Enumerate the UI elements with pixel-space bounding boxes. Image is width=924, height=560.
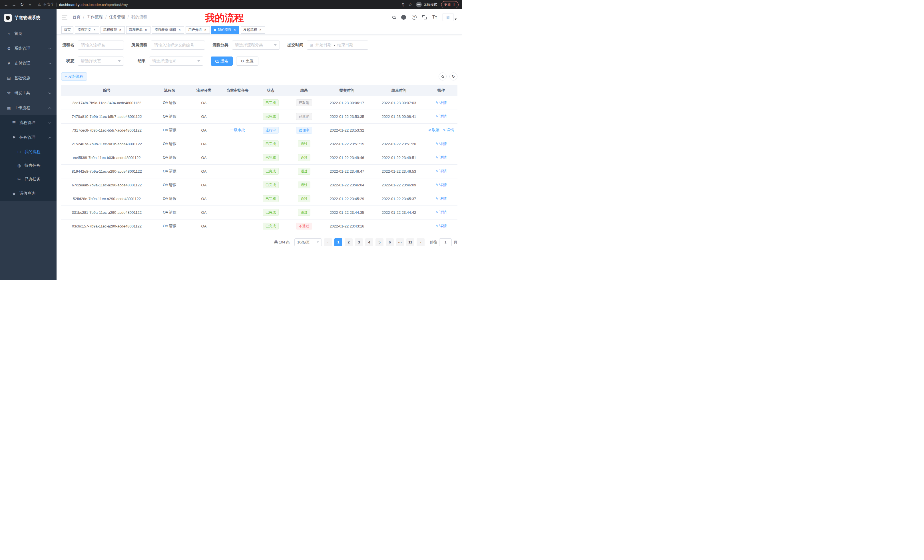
action-link[interactable]: ✎详情 <box>435 169 447 174</box>
chevron-down-icon <box>316 241 319 243</box>
flag-icon: ⚑ <box>11 135 16 140</box>
sidebar-item-home[interactable]: ⌂首页 <box>0 26 57 41</box>
tab-process-model[interactable]: 流程模型× <box>100 26 125 34</box>
cell-category: OA <box>187 96 221 109</box>
gear-icon: ⚙ <box>6 46 11 51</box>
refresh-table-button[interactable]: ↻ <box>449 72 458 81</box>
sidebar-item-payment[interactable]: ¥支付管理 <box>0 56 57 71</box>
action-link[interactable]: ⊘取消 <box>428 127 440 133</box>
breadcrumb: 首页/工作流程/任务管理/我的流程 <box>72 15 147 20</box>
cell-process-name: OA 请假 <box>153 178 187 192</box>
result-select[interactable]: 请选择流结果 <box>149 57 203 66</box>
refresh-icon: ↻ <box>452 75 455 79</box>
sidebar-item-system[interactable]: ⚙系统管理 <box>0 41 57 56</box>
status-select[interactable]: 请选择状态 <box>78 57 124 66</box>
key-icon[interactable]: ⚲ <box>402 2 404 7</box>
user-menu[interactable]: ▨ <box>442 13 457 21</box>
reset-button[interactable]: ↻ 重置 <box>236 57 258 66</box>
url-path: /bpm/task/my <box>106 3 128 7</box>
tab-process-definition[interactable]: 流程定义× <box>75 26 99 34</box>
forward-icon[interactable]: → <box>10 1 18 8</box>
tab-process-form-edit[interactable]: 流程表单-编辑× <box>152 26 184 34</box>
page-button[interactable]: 3 <box>355 238 363 246</box>
more-pages-button[interactable]: ··· <box>396 238 404 246</box>
submit-time-range-picker[interactable]: ⊞ 开始日期 - 结束日期 <box>307 40 368 49</box>
page-button[interactable]: 1 <box>334 238 342 246</box>
action-link[interactable]: ✎详情 <box>435 155 447 160</box>
divider <box>57 3 57 7</box>
browser-home-icon[interactable]: ⌂ <box>26 1 34 8</box>
breadcrumb-item[interactable]: 工作流程 <box>87 15 103 20</box>
fullscreen-icon[interactable] <box>422 15 427 19</box>
page-button[interactable]: 5 <box>375 238 384 246</box>
page-size-select[interactable]: 10条/页 <box>294 238 322 246</box>
action-link[interactable]: ✎详情 <box>435 141 447 147</box>
sidebar-item-task-mgmt[interactable]: ⚑任务管理 <box>0 130 57 145</box>
start-process-button[interactable]: + 发起流程 <box>61 72 87 81</box>
action-link[interactable]: ✎详情 <box>435 210 447 215</box>
sidebar-item-my-process[interactable]: ⊡我的流程 <box>0 145 57 159</box>
page-button[interactable]: 6 <box>386 238 394 246</box>
action-link[interactable]: ✎详情 <box>435 183 447 187</box>
sidebar-item-devtools[interactable]: ⚒研发工具 <box>0 85 57 100</box>
back-icon[interactable]: ← <box>2 1 10 8</box>
goto-page-input[interactable] <box>439 238 452 246</box>
close-icon[interactable]: × <box>258 28 262 32</box>
hamburger-icon[interactable] <box>62 15 68 19</box>
owner-process-input[interactable] <box>151 40 205 49</box>
breadcrumb-item[interactable]: 任务管理 <box>109 15 125 20</box>
tools-icon: ⚒ <box>6 91 11 95</box>
close-icon[interactable]: × <box>233 28 237 32</box>
breadcrumb-separator: / <box>105 15 106 19</box>
close-icon[interactable]: × <box>118 28 122 32</box>
font-size-icon[interactable]: TT <box>432 15 437 20</box>
cell-end-time: 2022-01-22 23:51:20 <box>373 137 425 151</box>
search-button[interactable]: 搜索 <box>211 57 233 66</box>
process-name-input[interactable] <box>78 40 124 49</box>
close-icon[interactable]: × <box>203 28 207 32</box>
action-link[interactable]: ✎详情 <box>435 100 447 105</box>
page-button[interactable]: 4 <box>365 238 373 246</box>
bookmark-star-icon[interactable]: ☆ <box>408 2 412 7</box>
close-icon[interactable]: × <box>144 28 148 32</box>
close-icon[interactable]: × <box>93 28 96 32</box>
page-button[interactable]: 2 <box>345 238 352 246</box>
sidebar-item-infrastructure[interactable]: ▤基础设施 <box>0 71 57 85</box>
help-icon[interactable] <box>412 15 417 20</box>
sidebar-item-done-tasks[interactable]: ✂已办任务 <box>0 172 57 186</box>
breadcrumb-item[interactable]: 首页 <box>72 15 81 20</box>
sidebar-item-leave-query[interactable]: ☻请假查询 <box>0 186 57 201</box>
address-bar[interactable]: ⚠ 不安全 dashboard.yudao.iocoder.cn/bpm/tas… <box>34 1 401 8</box>
tab-start-process[interactable]: 发起流程× <box>241 26 265 34</box>
action-link[interactable]: ✎详情 <box>435 114 447 119</box>
cell-result: 通过 <box>287 137 321 151</box>
github-icon[interactable] <box>401 15 406 20</box>
column-header: 操作 <box>425 85 458 96</box>
tab-home[interactable]: 首页 <box>62 26 74 34</box>
status-tag: 已完成 <box>263 141 279 147</box>
page-button[interactable]: 11 <box>406 238 414 246</box>
search-icon[interactable] <box>392 16 396 19</box>
sidebar-item-todo-tasks[interactable]: ◎待办任务 <box>0 159 57 172</box>
cell-result: 通过 <box>287 205 321 219</box>
prev-page-button[interactable]: ‹ <box>324 238 332 246</box>
cancel-icon: ⊘ <box>428 128 431 132</box>
cell-submit-time: 2022-01-22 23:46:04 <box>321 178 373 192</box>
tab-my-process[interactable]: 我的流程× <box>211 26 239 34</box>
tab-user-group[interactable]: 用户分组× <box>186 26 210 34</box>
sidebar-item-workflow[interactable]: ▦工作流程 <box>0 100 57 115</box>
reload-icon[interactable]: ↻ <box>18 1 26 8</box>
app-logo[interactable]: 芋道管理系统 <box>0 9 57 26</box>
action-link[interactable]: ✎详情 <box>435 196 447 201</box>
tab-process-form[interactable]: 流程表单× <box>126 26 150 34</box>
action-link[interactable]: ✎详情 <box>435 223 447 229</box>
browser-update-button[interactable]: 更新 ⋮ <box>441 1 459 8</box>
category-select[interactable]: 请选择流程分类 <box>232 40 280 49</box>
next-page-button[interactable]: › <box>417 238 424 246</box>
hide-search-button[interactable] <box>439 72 447 81</box>
sidebar-menu: ⌂首页⚙系统管理¥支付管理▤基础设施⚒研发工具▦工作流程☰流程管理⚑任务管理⊡我… <box>0 26 57 280</box>
sidebar-item-process-mgmt[interactable]: ☰流程管理 <box>0 115 57 130</box>
action-link[interactable]: ✎详情 <box>443 127 454 133</box>
close-icon[interactable]: × <box>178 28 182 32</box>
current-task-link[interactable]: 一级审批 <box>230 127 245 133</box>
